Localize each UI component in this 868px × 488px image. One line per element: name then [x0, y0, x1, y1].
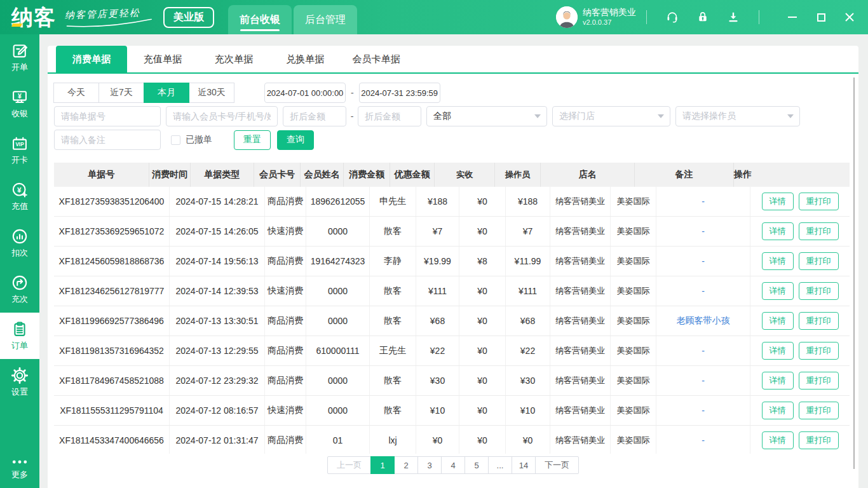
- detail-button[interactable]: 详情: [762, 372, 794, 390]
- cell-card-no: 18962612055: [306, 187, 370, 216]
- maximize-button[interactable]: [815, 11, 827, 23]
- nav-tab-back-admin[interactable]: 后台管理: [294, 5, 357, 34]
- cell-discount: ¥0: [459, 187, 506, 216]
- date-separator: -: [351, 88, 354, 98]
- start-date-input[interactable]: 2024-07-01 00:00:00: [264, 83, 346, 103]
- detail-button[interactable]: 详情: [762, 252, 794, 270]
- cell-order-no: XF1811981357316964352: [54, 336, 170, 365]
- reprint-button[interactable]: 重打印: [799, 252, 839, 270]
- revoked-checkbox[interactable]: [171, 135, 180, 145]
- member-search-input[interactable]: [166, 106, 278, 126]
- cell-amount: ¥7: [416, 217, 459, 246]
- date-preset[interactable]: 近30天: [189, 83, 234, 103]
- sidebar-item-orders[interactable]: 订单: [0, 313, 39, 359]
- search-button[interactable]: 查询: [277, 130, 314, 150]
- download-icon[interactable]: [726, 10, 740, 24]
- type-select-value: 全部: [433, 111, 451, 122]
- reprint-button[interactable]: 重打印: [799, 402, 839, 419]
- column-header: 会员卡号: [254, 163, 301, 187]
- table-header-row: 单据号 消费时间 单据类型 会员卡号 会员姓名 消费金额 优惠金额 实收 操作员: [54, 163, 850, 187]
- cell-discount: ¥0: [459, 426, 506, 454]
- cell-discount: ¥8: [459, 247, 506, 276]
- page-button[interactable]: 1: [370, 456, 395, 474]
- order-type-tab[interactable]: 充次单据: [198, 46, 269, 72]
- page-button[interactable]: 14: [512, 456, 536, 474]
- sidebar-item-open-order[interactable]: 开单: [0, 34, 39, 81]
- lock-icon[interactable]: [696, 10, 710, 24]
- cell-store: 美姿国际: [611, 336, 656, 365]
- sidebar-item-deduct-count[interactable]: 扣次: [0, 220, 39, 266]
- cell-actions: 详情 重打印: [750, 187, 850, 216]
- reset-button[interactable]: 重置: [234, 130, 271, 150]
- close-button[interactable]: [844, 11, 855, 23]
- topbar-nav-tabs: 前台收银 后台管理: [228, 5, 359, 34]
- minimize-button[interactable]: [787, 11, 798, 23]
- order-no-input[interactable]: [54, 106, 161, 126]
- order-type-tab[interactable]: 消费单据: [56, 46, 127, 72]
- reprint-button[interactable]: 重打印: [799, 342, 839, 360]
- reprint-button[interactable]: 重打印: [799, 312, 839, 330]
- sidebar-item-settings[interactable]: 设置: [0, 359, 39, 405]
- sidebar-item-open-card[interactable]: VIP 开卡: [0, 127, 39, 173]
- date-preset[interactable]: 近7天: [98, 83, 144, 103]
- order-type-tab[interactable]: 兑换单据: [269, 46, 341, 72]
- detail-button[interactable]: 详情: [762, 402, 794, 419]
- reprint-button[interactable]: 重打印: [799, 282, 839, 300]
- page-button[interactable]: 3: [417, 456, 442, 474]
- cell-remark: 老顾客带小孩: [656, 306, 750, 336]
- page-button[interactable]: 2: [394, 456, 418, 474]
- pagination: 上一页 1 2 3 4 5 ... 14 下一页: [48, 456, 858, 474]
- reprint-button[interactable]: 重打印: [799, 431, 839, 449]
- page-button[interactable]: 4: [441, 456, 465, 474]
- support-icon[interactable]: [665, 10, 679, 24]
- remark-input[interactable]: [54, 130, 161, 150]
- next-page-button[interactable]: 下一页: [535, 456, 579, 474]
- amount-max-input[interactable]: [358, 106, 421, 126]
- vertical-scrollbar[interactable]: [853, 78, 855, 469]
- cell-card-no: 19164274323: [306, 247, 370, 276]
- sidebar-item-label: 扣次: [11, 247, 28, 259]
- sidebar-item-more[interactable]: 更多: [0, 449, 39, 488]
- cell-type: 商品消费: [265, 426, 306, 454]
- type-select[interactable]: 全部: [426, 106, 547, 126]
- page-number-group: 1 2 3 4 5 ... 14: [371, 456, 536, 474]
- reprint-button[interactable]: 重打印: [799, 372, 839, 390]
- close-icon: [845, 13, 855, 22]
- amount-min-input[interactable]: [283, 106, 346, 126]
- date-preset[interactable]: 本月: [144, 83, 189, 103]
- amount-separator: -: [346, 111, 358, 121]
- sidebar-item-recharge[interactable]: ¥ 充值: [0, 173, 39, 220]
- cell-amount: ¥0: [416, 426, 459, 454]
- cell-card-no: 0000: [306, 396, 370, 425]
- table-row: XF1812346256127819777 2024-07-14 12:39:5…: [54, 276, 850, 306]
- order-type-tab[interactable]: 充值单据: [127, 46, 198, 72]
- prev-page-button[interactable]: 上一页: [327, 456, 371, 474]
- detail-button[interactable]: 详情: [762, 193, 794, 210]
- reprint-button[interactable]: 重打印: [799, 193, 839, 210]
- user-avatar[interactable]: [556, 6, 578, 28]
- cell-store: 美姿国际: [611, 276, 656, 306]
- store-select[interactable]: 选择门店: [552, 106, 670, 126]
- cell-order-no: XF1812346256127819777: [54, 276, 170, 306]
- date-preset[interactable]: 今天: [53, 83, 99, 103]
- order-type-tabs: 消费单据 充值单据 充次单据 兑换单据 会员卡单据: [48, 46, 858, 74]
- end-date-input[interactable]: 2024-07-31 23:59:59: [359, 83, 440, 103]
- sidebar-item-cashier[interactable]: ¥ 收银: [0, 81, 39, 127]
- page-button[interactable]: 5: [465, 456, 489, 474]
- sidebar-item-recharge-count[interactable]: 充次: [0, 266, 39, 313]
- detail-button[interactable]: 详情: [762, 431, 794, 449]
- order-type-tab[interactable]: 会员卡单据: [341, 46, 412, 72]
- operator-select[interactable]: 请选择操作员: [675, 106, 800, 126]
- edition-badge[interactable]: 美业版: [163, 7, 214, 28]
- nav-tab-front-cashier[interactable]: 前台收银: [228, 5, 292, 34]
- cell-actions: 详情 重打印: [750, 426, 850, 454]
- detail-button[interactable]: 详情: [762, 282, 794, 300]
- detail-button[interactable]: 详情: [762, 312, 794, 330]
- detail-button[interactable]: 详情: [762, 222, 794, 240]
- detail-button[interactable]: 详情: [762, 342, 794, 360]
- reprint-button[interactable]: 重打印: [799, 222, 839, 240]
- main-content: 消费单据 充值单据 充次单据 兑换单据 会员卡单据 今天 近7天: [39, 34, 868, 488]
- page-button[interactable]: ...: [488, 456, 512, 474]
- nake-logo: 纳客: [11, 6, 56, 28]
- cell-discount: ¥0: [459, 276, 506, 306]
